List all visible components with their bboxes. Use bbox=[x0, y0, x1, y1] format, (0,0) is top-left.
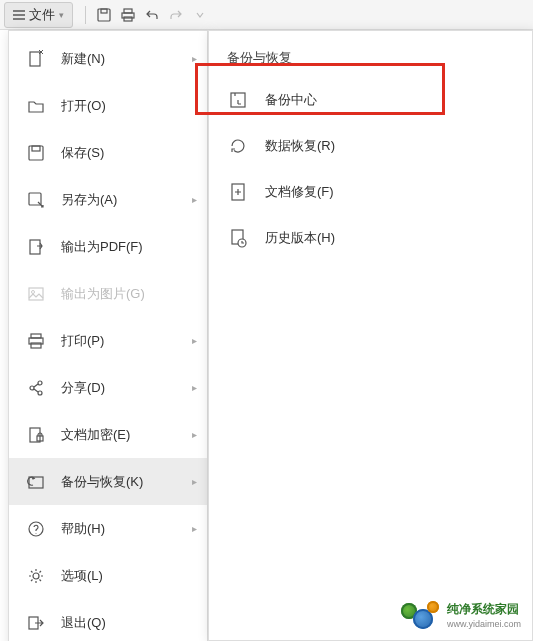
backup-submenu-panel: 备份与恢复 备份中心 数据恢复(R) 文档修复(F) 历史版本(H) bbox=[208, 30, 533, 641]
watermark: 纯净系统家园 www.yidaimei.com bbox=[401, 601, 521, 629]
pdf-icon bbox=[25, 236, 47, 258]
submenu-label: 备份中心 bbox=[265, 91, 317, 109]
redo-toolbar-button[interactable] bbox=[165, 4, 187, 26]
svg-point-15 bbox=[30, 386, 34, 390]
chevron-right-icon: ▸ bbox=[192, 523, 197, 534]
chevron-right-icon: ▸ bbox=[192, 194, 197, 205]
menu-item-image: 输出为图片(G) bbox=[9, 270, 207, 317]
svg-rect-7 bbox=[32, 146, 40, 151]
dropdown-toolbar-button[interactable] bbox=[189, 4, 211, 26]
menu-item-encrypt[interactable]: 文档加密(E) ▸ bbox=[9, 411, 207, 458]
menu-item-options[interactable]: 选项(L) bbox=[9, 552, 207, 599]
svg-rect-6 bbox=[29, 146, 43, 160]
watermark-title: 纯净系统家园 bbox=[447, 602, 519, 616]
svg-point-11 bbox=[32, 290, 35, 293]
menu-label: 备份与恢复(K) bbox=[61, 473, 192, 491]
chevron-right-icon: ▸ bbox=[192, 429, 197, 440]
menu-item-backup[interactable]: 备份与恢复(K) ▸ bbox=[9, 458, 207, 505]
print-icon bbox=[25, 330, 47, 352]
submenu-item-backup-center[interactable]: 备份中心 bbox=[209, 77, 532, 123]
menu-label: 打开(O) bbox=[61, 97, 197, 115]
menu-item-exit[interactable]: 退出(Q) bbox=[9, 599, 207, 641]
svg-rect-2 bbox=[124, 9, 132, 13]
undo-toolbar-button[interactable] bbox=[141, 4, 163, 26]
menu-label: 文档加密(E) bbox=[61, 426, 192, 444]
svg-rect-0 bbox=[98, 9, 110, 21]
menu-item-saveas[interactable]: 另存为(A) ▸ bbox=[9, 176, 207, 223]
top-toolbar: 文件 ▾ bbox=[0, 0, 533, 30]
watermark-url: www.yidaimei.com bbox=[447, 619, 521, 629]
chevron-right-icon: ▸ bbox=[192, 476, 197, 487]
menu-label: 输出为图片(G) bbox=[61, 285, 197, 303]
menu-label: 打印(P) bbox=[61, 332, 192, 350]
menu-label: 另存为(A) bbox=[61, 191, 192, 209]
separator bbox=[85, 6, 86, 24]
hamburger-icon bbox=[13, 10, 25, 20]
menu-label: 退出(Q) bbox=[61, 614, 197, 632]
encrypt-icon bbox=[25, 424, 47, 446]
svg-rect-20 bbox=[29, 477, 43, 488]
menu-label: 分享(D) bbox=[61, 379, 192, 397]
svg-point-17 bbox=[38, 391, 42, 395]
help-icon bbox=[25, 518, 47, 540]
backup-icon bbox=[25, 471, 47, 493]
history-icon bbox=[227, 227, 249, 249]
menu-item-share[interactable]: 分享(D) ▸ bbox=[9, 364, 207, 411]
doc-repair-icon bbox=[227, 181, 249, 203]
menu-label: 选项(L) bbox=[61, 567, 197, 585]
data-recover-icon bbox=[227, 135, 249, 157]
svg-rect-9 bbox=[30, 240, 40, 254]
submenu-title: 备份与恢复 bbox=[209, 49, 532, 77]
chevron-right-icon: ▸ bbox=[192, 335, 197, 346]
submenu-label: 数据恢复(R) bbox=[265, 137, 335, 155]
exit-icon bbox=[25, 612, 47, 634]
chevron-right-icon: ▸ bbox=[192, 382, 197, 393]
menu-item-pdf[interactable]: 输出为PDF(F) bbox=[9, 223, 207, 270]
svg-point-16 bbox=[38, 381, 42, 385]
menu-label: 保存(S) bbox=[61, 144, 197, 162]
svg-rect-1 bbox=[101, 9, 107, 13]
backup-center-icon bbox=[227, 89, 249, 111]
svg-rect-12 bbox=[31, 334, 41, 338]
submenu-item-doc-repair[interactable]: 文档修复(F) bbox=[209, 169, 532, 215]
submenu-label: 历史版本(H) bbox=[265, 229, 335, 247]
saveas-icon bbox=[25, 189, 47, 211]
image-icon bbox=[25, 283, 47, 305]
save-icon bbox=[25, 142, 47, 164]
open-icon bbox=[25, 95, 47, 117]
menu-label: 帮助(H) bbox=[61, 520, 192, 538]
share-icon bbox=[25, 377, 47, 399]
submenu-item-history[interactable]: 历史版本(H) bbox=[209, 215, 532, 261]
menu-item-print[interactable]: 打印(P) ▸ bbox=[9, 317, 207, 364]
print-toolbar-button[interactable] bbox=[117, 4, 139, 26]
submenu-item-data-recover[interactable]: 数据恢复(R) bbox=[209, 123, 532, 169]
file-menu-button[interactable]: 文件 ▾ bbox=[4, 2, 73, 28]
menu-item-help[interactable]: 帮助(H) ▸ bbox=[9, 505, 207, 552]
save-toolbar-button[interactable] bbox=[93, 4, 115, 26]
svg-rect-10 bbox=[29, 288, 43, 300]
watermark-logo-icon bbox=[401, 601, 441, 629]
chevron-down-icon: ▾ bbox=[59, 10, 64, 20]
svg-rect-5 bbox=[30, 52, 40, 66]
file-menu-label: 文件 bbox=[29, 6, 55, 24]
menu-item-save[interactable]: 保存(S) bbox=[9, 129, 207, 176]
svg-point-22 bbox=[33, 573, 39, 579]
new-icon bbox=[25, 48, 47, 70]
chevron-right-icon: ▸ bbox=[192, 53, 197, 64]
menu-label: 新建(N) bbox=[61, 50, 192, 68]
menu-item-new[interactable]: 新建(N) ▸ bbox=[9, 35, 207, 82]
file-menu-panel: 新建(N) ▸ 打开(O) 保存(S) 另存为(A) ▸ 输出为PDF(F) 输… bbox=[8, 30, 208, 641]
svg-point-21 bbox=[29, 522, 43, 536]
menu-label: 输出为PDF(F) bbox=[61, 238, 197, 256]
menu-item-open[interactable]: 打开(O) bbox=[9, 82, 207, 129]
options-icon bbox=[25, 565, 47, 587]
submenu-label: 文档修复(F) bbox=[265, 183, 334, 201]
